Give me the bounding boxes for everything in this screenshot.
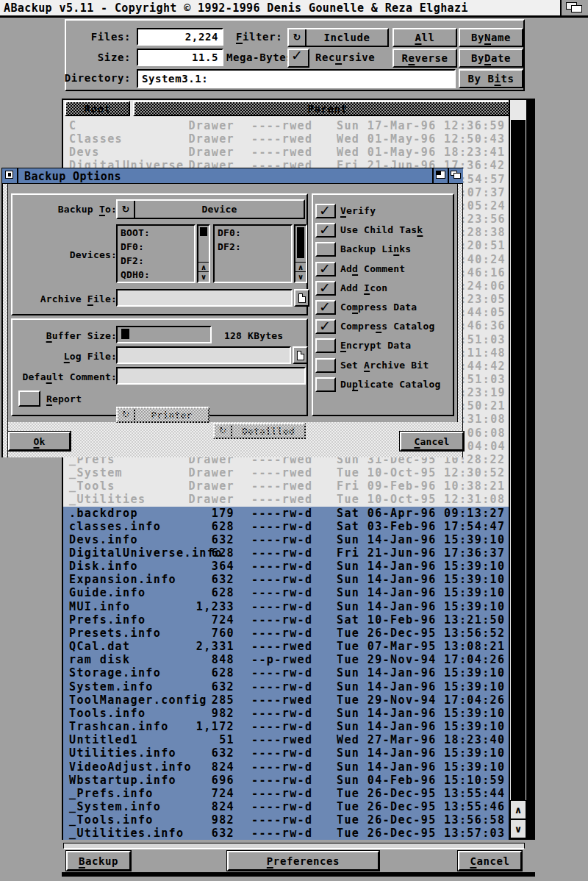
parent-button[interactable]: Parent (133, 101, 522, 116)
filter-cycle[interactable]: ↻ Include (287, 28, 389, 47)
directory-field[interactable]: System3.1: (137, 69, 456, 88)
selected-file-row[interactable]: Guide.info 628 ----rw-d Sun 14-Jan-96 15… (63, 586, 509, 599)
scroll-down-button[interactable]: ∨ (295, 271, 306, 281)
selected-file-row[interactable]: Presets.info 760 ----rw-d Tue 26-Dec-95 … (63, 627, 509, 640)
option-checkbox[interactable]: ✓ (315, 300, 336, 315)
directory-label: Directory: (59, 72, 131, 84)
cycle-icon: ↻ (215, 424, 232, 438)
drawer-row[interactable]: C Drawer ----rwed Sun 17-Mar-96 12:36:59 (63, 119, 509, 132)
selected-file-row[interactable]: ram disk 848 --p-rwed Tue 29-Nov-94 17:0… (63, 653, 509, 666)
selected-file-row[interactable]: Disk.info 364 ----rw-d Sun 14-Jan-96 15:… (63, 560, 509, 573)
dialog-cancel-button[interactable]: Cancel (400, 432, 464, 451)
default-comment-input[interactable] (116, 367, 306, 385)
log-file-input[interactable] (116, 346, 291, 364)
option-row: ✓ Set Archive Bit (315, 358, 455, 374)
dialog-title-bar[interactable]: Backup Options (2, 168, 462, 184)
cancel-button[interactable]: Cancel (458, 851, 522, 871)
drawer-row[interactable]: _Utilities Drawer ----rwed Tue 10-Oct-95… (63, 493, 509, 506)
selected-file-row[interactable]: Devs.info 632 ----rw-d Sun 14-Jan-96 15:… (63, 533, 509, 546)
selected-file-row[interactable]: VideoAdjust.info 824 ----rw-d Sun 14-Jan… (63, 760, 509, 774)
scroll-down-button[interactable]: ∨ (510, 819, 526, 838)
selected-file-row[interactable]: Expansion.info 632 ----rw-d Sun 14-Jan-9… (63, 573, 509, 586)
option-row: ✓ Use Child Task (315, 223, 455, 238)
selected-file-row[interactable]: classes.info 628 ----rw-d Sat 03-Feb-96 … (63, 520, 509, 533)
selected-file-row[interactable]: Prefs.info 724 ----rw-d Sat 10-Feb-96 13… (63, 613, 509, 627)
option-checkbox[interactable]: ✓ (315, 319, 336, 334)
log-file-picker-button[interactable] (293, 346, 308, 364)
selected-file-row[interactable]: QCal.dat 2,331 ----rwed Tue 07-Mar-95 13… (63, 640, 509, 653)
horizontal-scrollbar[interactable] (63, 843, 525, 849)
selected-file-row[interactable]: System.info 632 ----rw-d Sun 14-Jan-96 1… (63, 680, 509, 693)
backup-to-cycle[interactable]: ↻ Device (116, 199, 305, 219)
report-checkbox[interactable]: ✓ (18, 390, 40, 407)
list-scrollbar[interactable]: ∧ ∨ (510, 100, 526, 838)
option-checkbox[interactable]: ✓ (315, 338, 336, 353)
device-item[interactable]: DF2: (215, 240, 291, 254)
drawer-row[interactable]: Devs Drawer ----rwed Wed 01-May-96 18:23… (63, 146, 509, 159)
scroll-down-button[interactable]: ∨ (198, 271, 209, 281)
scroll-up-button[interactable]: ∧ (198, 262, 209, 271)
by-name-button[interactable]: By Name (459, 28, 523, 47)
option-checkbox[interactable]: ✓ (315, 262, 336, 277)
device-item[interactable]: BOOT: (118, 226, 194, 240)
archive-file-input[interactable] (116, 289, 293, 307)
buffer-size-slider[interactable] (116, 326, 212, 343)
device-item[interactable]: DF2: (118, 254, 194, 268)
device-item[interactable]: QDH0: (118, 268, 194, 282)
devices-available-scrollbar[interactable]: ∧ ∨ (197, 224, 210, 283)
preferences-button[interactable]: Preferences (227, 851, 379, 871)
selected-file-row[interactable]: .backdrop 179 ----rw-d Sat 06-Apr-96 09:… (63, 507, 509, 520)
drawer-row[interactable]: _System Drawer ----rwed Tue 10-Oct-95 12… (63, 466, 509, 479)
size-unit-label: Mega-Bytes (226, 51, 293, 63)
devices-available-list[interactable]: BOOT:DF0:DF2:QDH0: (116, 224, 196, 283)
selected-file-row[interactable]: Tools.info 982 ----rw-d Sun 14-Jan-96 15… (63, 707, 509, 720)
selected-file-row[interactable]: Untitled1 51 ----rwed Wed 27-Mar-96 18:2… (63, 733, 509, 746)
by-date-button[interactable]: By Date (459, 49, 523, 68)
option-checkbox[interactable]: ✓ (315, 377, 336, 392)
selected-file-row[interactable]: _System.info 824 ----rw-d Tue 26-Dec-95 … (63, 800, 509, 813)
devices-selected-scrollbar[interactable]: ∧ ∨ (294, 224, 307, 283)
scrollbar-thumb[interactable] (200, 227, 207, 236)
root-button[interactable]: Root (65, 101, 130, 116)
ok-button[interactable]: Ok (8, 432, 71, 451)
scroll-up-button[interactable]: ∧ (295, 262, 306, 271)
option-checkbox[interactable]: ✓ (315, 358, 336, 373)
list-scrollbar-thumb[interactable] (511, 120, 526, 800)
dialog-depth-gadget[interactable] (448, 168, 463, 183)
drawer-row[interactable]: Classes Drawer ----rwed Wed 01-May-96 12… (63, 132, 509, 146)
option-checkbox[interactable]: ✓ (315, 223, 336, 238)
drawer-row[interactable]: _Tools Drawer ----rwed Fri 09-Feb-96 10:… (63, 479, 509, 493)
selected-file-row[interactable]: ToolManager.config 285 ----rwed Tue 29-N… (63, 693, 509, 707)
selected-file-row[interactable]: DigitalUniverse.info 628 ----rw-d Fri 21… (63, 546, 509, 560)
slider-thumb[interactable] (121, 329, 129, 339)
selected-file-row[interactable]: Utilities.info 632 ----rw-d Sun 14-Jan-9… (63, 746, 509, 760)
screen-depth-gadget[interactable] (560, 0, 588, 15)
recursive-checkbox[interactable]: ✓ (287, 49, 309, 68)
selected-file-row[interactable]: Wbstartup.info 696 ----rw-d Sun 04-Feb-9… (63, 774, 509, 787)
option-checkbox[interactable]: ✓ (315, 281, 336, 296)
all-button[interactable]: All (392, 28, 457, 47)
option-row: ✓ Encrypt Data (315, 338, 455, 354)
selected-file-row[interactable]: _Utilities.info 632 ----rw-d Tue 26-Dec-… (63, 827, 509, 840)
dialog-zoom-gadget[interactable] (432, 168, 447, 183)
selected-file-row[interactable]: MUI.info 1,233 ----rw-d Sun 14-Jan-96 15… (63, 600, 509, 613)
option-label: Verify (340, 205, 376, 216)
option-checkbox[interactable]: ✓ (315, 204, 336, 218)
option-checkbox[interactable]: ✓ (315, 242, 336, 257)
reverse-button[interactable]: Reverse (392, 49, 457, 68)
archive-file-picker-button[interactable] (294, 289, 309, 307)
devices-selected-list[interactable]: DF0:DF2: (213, 224, 293, 283)
dialog-close-button[interactable] (2, 168, 18, 183)
backup-to-label: Backup To: (58, 204, 117, 215)
selected-file-row[interactable]: _Tools.info 982 ----rw-d Tue 26-Dec-95 1… (63, 813, 509, 827)
device-item[interactable]: DF0: (118, 240, 194, 254)
by-bits-button[interactable]: By Bits (459, 69, 523, 88)
option-label: Add Comment (340, 263, 405, 274)
scrollbar-thumb[interactable] (297, 227, 304, 258)
device-item[interactable]: DF0: (215, 226, 291, 240)
selected-file-row[interactable]: _Prefs.info 724 ----rw-d Tue 26-Dec-95 1… (63, 787, 509, 800)
scroll-up-button[interactable]: ∧ (510, 800, 526, 819)
selected-file-row[interactable]: Storage.info 628 ----rw-d Sun 14-Jan-96 … (63, 666, 509, 680)
selected-file-row[interactable]: Trashcan.info 1,172 ----rw-d Sun 14-Jan-… (63, 720, 509, 733)
backup-button[interactable]: Backup (66, 851, 131, 871)
